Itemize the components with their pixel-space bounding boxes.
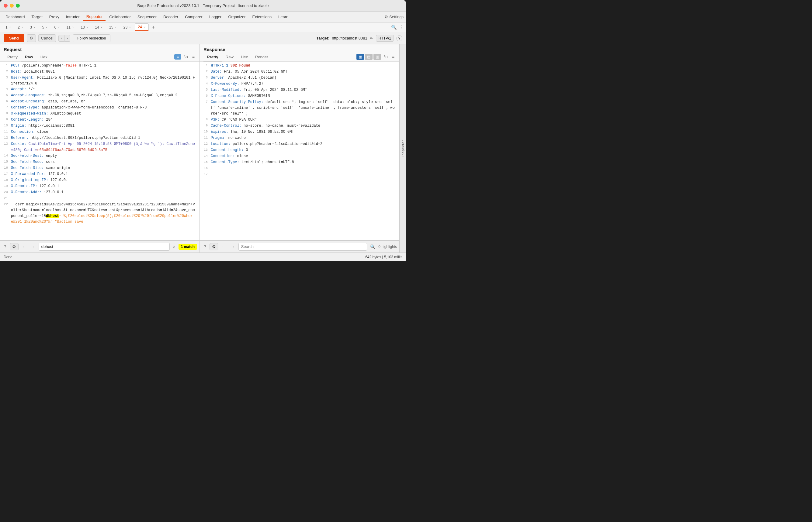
response-tab-render[interactable]: Render [252,53,272,61]
tab-13[interactable]: 13 × [78,24,91,31]
request-title: Request [4,47,196,52]
menu-organizer[interactable]: Organizer [225,13,249,21]
tab-label: 13 [81,25,84,29]
tab-menu-icon[interactable]: ⋮ [399,24,404,30]
view-btn-2[interactable]: ▤ [365,54,372,60]
tab-2[interactable]: 2 × [15,24,26,31]
response-tab-pretty[interactable]: Pretty [204,53,222,61]
tab-24[interactable]: 24 × [135,23,149,31]
tab-search-area: 🔍 ⋮ [391,24,404,30]
table-row: 19 X-Remote-IP: 127.0.0.1 [0,183,199,189]
table-row: 7 Content-Type: application/x-www-form-u… [0,105,199,111]
request-search-help[interactable]: ? [2,243,8,250]
response-search-input[interactable] [238,243,367,251]
tab-23[interactable]: 23 × [120,24,134,31]
prev-history-button[interactable]: ‹ [58,35,64,42]
table-row: 6 Accept-Encoding: gzip, deflate, br [0,99,199,105]
menu-logger[interactable]: Logger [206,13,225,21]
edit-target-button[interactable]: ✏ [370,36,373,41]
response-search-next[interactable]: → [229,243,237,250]
tab-close-14[interactable]: × [101,25,102,29]
tab-close-15[interactable]: × [115,25,116,29]
response-search-help[interactable]: ? [202,243,208,250]
tab-5[interactable]: 5 × [39,24,51,31]
response-newline-icon[interactable]: \n [383,54,389,60]
send-button[interactable]: Send [4,34,24,42]
menu-learn[interactable]: Learn [275,13,291,21]
follow-redirect-button[interactable]: Follow redirection [73,34,110,42]
menu-repeater[interactable]: Repeater [83,13,105,21]
table-row: 15 Sec-Fetch-Mode: cors [0,159,199,165]
tab-close-13[interactable]: × [86,25,88,29]
response-search-settings[interactable]: ⚙ [210,243,218,250]
add-tab-button[interactable]: + [149,23,157,31]
menu-target[interactable]: Target [28,13,45,21]
close-button[interactable] [4,4,7,7]
tab-close-23[interactable]: × [129,25,131,29]
tab-close-11[interactable]: × [72,25,74,29]
menu-comparer[interactable]: Comparer [182,13,206,21]
response-search-icon: 🔍 [369,244,376,249]
tab-3[interactable]: 3 × [27,24,38,31]
response-menu-icon[interactable]: ≡ [391,54,396,60]
table-row: 9 Content-Length: 284 [0,117,199,123]
tab-1[interactable]: 1 × [2,24,14,31]
menu-extensions[interactable]: Extensions [249,13,275,21]
settings-button[interactable]: ⚙ Settings [384,15,404,19]
cancel-button[interactable]: Cancel [38,34,56,42]
request-search-settings[interactable]: ⚙ [10,243,19,250]
request-tab-hex[interactable]: Hex [37,53,51,61]
tab-6[interactable]: 6 × [52,24,63,31]
maximize-button[interactable] [16,4,20,7]
view-btn-3[interactable]: ▥ [373,54,381,60]
request-search-clear[interactable]: × [172,244,176,249]
menu-sequencer[interactable]: Sequencer [134,13,160,21]
status-left: Done [4,255,13,259]
tab-14[interactable]: 14 × [92,24,105,31]
help-button[interactable]: ? [396,35,402,41]
menu-decoder[interactable]: Decoder [160,13,181,21]
minimize-button[interactable] [10,4,14,7]
response-tab-raw[interactable]: Raw [222,53,237,61]
request-panel-header: Request Pretty Raw Hex ≡ \n ≡ [0,44,199,62]
settings-icon-button[interactable]: ⚙ [27,34,36,42]
table-row: 4 Accept: */* [0,86,199,93]
tab-close-6[interactable]: × [58,25,60,29]
response-view-buttons: ▦ ▤ ▥ [356,54,381,60]
tab-label: 11 [66,25,71,29]
traffic-lights[interactable] [4,4,20,7]
request-search-next[interactable]: → [30,243,37,250]
menu-proxy[interactable]: Proxy [46,13,62,21]
tab-label: 3 [30,25,32,29]
request-newline-icon[interactable]: \n [183,54,189,60]
request-tab-pretty[interactable]: Pretty [4,53,21,61]
response-tab-hex[interactable]: Hex [237,53,252,61]
http-version-button[interactable]: HTTP/1 [376,35,394,42]
tab-15[interactable]: 15 × [106,24,120,31]
request-search-input[interactable] [39,243,170,251]
next-history-button[interactable]: › [64,35,70,42]
tab-11[interactable]: 11 × [63,24,77,31]
menu-intruder[interactable]: Intruder [63,13,83,21]
tab-close-3[interactable]: × [34,25,35,29]
tab-search-icon[interactable]: 🔍 [391,25,397,30]
request-pretty-icon[interactable]: ≡ [174,54,181,60]
request-menu-icon[interactable]: ≡ [191,54,196,60]
tab-close-24[interactable]: × [143,25,146,29]
view-btn-1[interactable]: ▦ [356,54,364,60]
response-code-area: 1 HTTP/1.1 302 Found 2 Date: Fri, 05 Apr… [200,62,399,240]
menu-dashboard[interactable]: Dashboard [2,13,28,21]
tab-close-2[interactable]: × [21,25,23,29]
request-tab-raw[interactable]: Raw [21,53,37,61]
response-search-prev[interactable]: ← [220,243,228,250]
menu-collaborator[interactable]: Collaborator [106,13,134,21]
tab-label: 24 [138,25,142,29]
menu-bar: Dashboard Target Proxy Intruder Repeater… [0,12,406,22]
request-search-prev[interactable]: ← [20,243,28,250]
tab-close-1[interactable]: × [9,25,11,29]
tab-close-5[interactable]: × [45,25,47,29]
request-code-area: 1 POST /pollers.php?header=false HTTP/1.… [0,62,199,240]
table-row: 17 X-Forwarded-For: 127.0.0.1 [0,172,199,177]
inspector-panel[interactable]: Inspector [399,44,406,253]
request-panel: Request Pretty Raw Hex ≡ \n ≡ 1 POST /po… [0,44,200,253]
